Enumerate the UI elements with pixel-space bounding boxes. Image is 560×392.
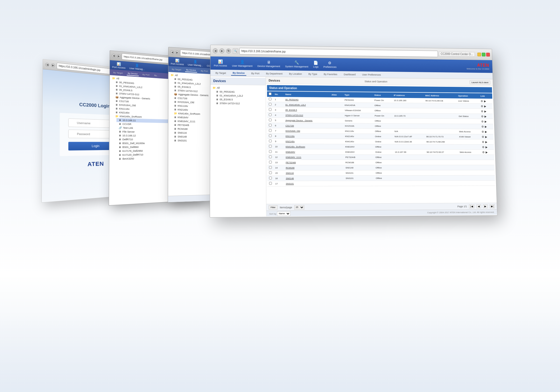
third-nav-port-access[interactable]: 📊 Port Access — [171, 58, 184, 66]
row-expand-icon[interactable]: ▶ — [484, 105, 486, 108]
nav-port-access[interactable]: 📊 Port Access — [112, 62, 125, 69]
row-name[interactable]: 05_ESXi6.5 — [284, 107, 330, 113]
subnav-by-target-main[interactable]: By Target — [214, 71, 228, 75]
row-name[interactable]: SN0116 — [284, 170, 331, 176]
row-name[interactable]: KN1116v — [284, 133, 331, 139]
subnav-by-type[interactable]: By Type — [307, 72, 319, 76]
forward-button[interactable]: ▶ — [51, 63, 55, 67]
row-expand-icon[interactable]: ▶ — [486, 146, 488, 149]
row-settings-icon[interactable]: ⚙ — [481, 110, 484, 113]
row-settings-icon[interactable]: ⚙ — [482, 130, 484, 133]
row-settings-icon[interactable]: ⚙ — [482, 151, 485, 154]
main-fwd-btn[interactable]: ▶ — [220, 48, 225, 53]
row-settings-icon[interactable]: ⚙ — [482, 135, 484, 138]
row-ops[interactable]: Web Access — [458, 150, 481, 155]
row-checkbox[interactable] — [269, 177, 272, 179]
row-checkbox[interactable] — [269, 108, 272, 111]
main-nav-logs[interactable]: 📄 Logs — [313, 60, 318, 68]
first-page-btn[interactable]: |◀ — [469, 204, 474, 208]
row-expand-icon[interactable]: ▶ — [485, 130, 487, 133]
row-settings-icon[interactable]: ⚙ — [481, 115, 484, 118]
row-name[interactable]: KN8164V — [284, 149, 331, 155]
main-tree-kn4140va[interactable]: 🖥 01_KN4140VA_L2L2 — [214, 94, 266, 98]
items-per-page-select[interactable]: 25 50 100 — [294, 205, 304, 209]
next-page-btn[interactable]: ▶ — [483, 204, 487, 208]
row-expand-icon[interactable]: ▶ — [486, 151, 488, 154]
launch-nls-client-btn[interactable]: Launch NLS client — [470, 80, 490, 85]
row-checkbox[interactable] — [269, 140, 272, 143]
row-settings-icon[interactable]: ⚙ — [482, 140, 484, 143]
sort-by-select[interactable]: Name — [277, 211, 290, 216]
filter-button[interactable]: Filter — [269, 205, 277, 209]
row-name[interactable]: RCM168 — [284, 165, 331, 170]
row-name[interactable]: KN2140v — [284, 139, 331, 144]
row-name[interactable]: SN3101 — [284, 181, 331, 186]
last-page-btn[interactable]: ▶| — [489, 204, 495, 208]
row-ops[interactable]: Web Access — [458, 129, 480, 134]
row-expand-icon[interactable]: ▶ — [484, 115, 487, 118]
row-settings-icon[interactable]: ⚙ — [481, 105, 483, 108]
back-button[interactable]: ◀ — [45, 62, 49, 67]
main-nav-device-mgmt[interactable]: 🖥 Device Management — [257, 60, 280, 68]
row-checkbox[interactable] — [269, 129, 272, 132]
row-expand-icon[interactable]: ▶ — [485, 120, 487, 123]
main-nav-preferences[interactable]: ⚙ Preferences — [323, 61, 337, 69]
subnav-by-port[interactable]: By Port — [141, 73, 151, 76]
row-expand-icon[interactable]: ▶ — [485, 135, 487, 138]
row-settings-icon[interactable]: ⚙ — [481, 120, 484, 123]
subnav-user-preferences[interactable]: User Preferences — [360, 72, 382, 77]
row-settings-icon[interactable]: ⚙ — [480, 99, 483, 102]
subnav-by-favorites[interactable]: By Favorites — [322, 72, 339, 76]
third-fwd-btn[interactable]: ▶ — [175, 50, 179, 54]
nav-user-mgmt[interactable]: 👤 User Manag... — [129, 63, 145, 71]
row-checkbox[interactable] — [269, 113, 272, 116]
subnav-by-target[interactable]: By Target — [112, 71, 124, 75]
prev-page-btn[interactable]: ◀ — [476, 204, 481, 208]
row-name[interactable]: 3700V-14723-S12 — [284, 113, 330, 118]
row-checkbox[interactable] — [269, 145, 272, 148]
row-expand-icon[interactable]: ▶ — [484, 110, 487, 113]
middle-fwd-btn[interactable]: ▶ — [117, 54, 121, 58]
subnav-dashboard[interactable]: Dashboard — [342, 72, 357, 77]
row-checkbox[interactable] — [269, 166, 272, 169]
row-name[interactable]: KH1516Ai_Old — [284, 128, 330, 134]
subnav-by-port-main[interactable]: By Port — [249, 71, 261, 76]
row-name[interactable]: KN8164V_1111 — [284, 155, 331, 160]
minimize-btn[interactable] — [477, 52, 481, 56]
subnav-by-more[interactable]: By... — [153, 73, 159, 77]
row-checkbox[interactable] — [269, 134, 272, 137]
row-name[interactable]: 01_KN4140VA_L2L2 — [284, 102, 330, 108]
row-checkbox[interactable] — [269, 150, 272, 153]
row-name[interactable]: CS1716i — [284, 123, 330, 128]
third-back-btn[interactable]: ◀ — [170, 50, 174, 54]
row-name[interactable]: Aggregate Device - Generic — [284, 118, 330, 123]
subnav-by-location[interactable]: By Location — [287, 71, 304, 76]
row-expand-icon[interactable]: ▶ — [485, 140, 487, 143]
row-name[interactable]: PE7324rB — [284, 160, 331, 165]
main-address-bar[interactable]: https://10.3.166.1/ccadmin/frame.jsp — [239, 48, 438, 57]
main-back-btn[interactable]: ◀ — [213, 48, 218, 53]
row-checkbox[interactable] — [269, 118, 272, 121]
row-settings-icon[interactable]: ⚙ — [481, 125, 484, 128]
maximize-btn[interactable] — [482, 53, 486, 56]
row-ops[interactable]: Live Videos — [457, 98, 479, 103]
third-subnav-by-device[interactable]: By Device — [185, 68, 197, 73]
close-btn[interactable] — [486, 53, 490, 56]
main-nav-system-mgmt[interactable]: 🔧 System Management — [285, 60, 308, 68]
subnav-by-device-main[interactable]: By Device — [231, 71, 246, 76]
middle-back-btn[interactable]: ◀ — [112, 53, 116, 57]
refresh-btn[interactable]: ↻ — [226, 48, 231, 53]
row-checkbox[interactable] — [269, 182, 272, 185]
row-settings-icon[interactable]: ⚙ — [482, 146, 484, 149]
row-expand-icon[interactable]: ▶ — [485, 125, 487, 128]
main-nav-user-mgmt[interactable]: 👤 User Management — [232, 59, 253, 67]
select-all-checkbox[interactable] — [269, 92, 272, 95]
subnav-by-department[interactable]: By Department — [264, 71, 284, 76]
subnav-by-device[interactable]: By Device — [127, 71, 139, 76]
main-nav-port-access[interactable]: 📊 Port Access — [214, 59, 227, 67]
row-checkbox[interactable] — [269, 103, 272, 106]
row-name[interactable]: SN0148 — [284, 176, 331, 181]
row-ops[interactable]: Get Status — [457, 114, 480, 119]
row-checkbox[interactable] — [269, 124, 272, 127]
row-ops[interactable]: KVM Viewer — [458, 134, 480, 139]
